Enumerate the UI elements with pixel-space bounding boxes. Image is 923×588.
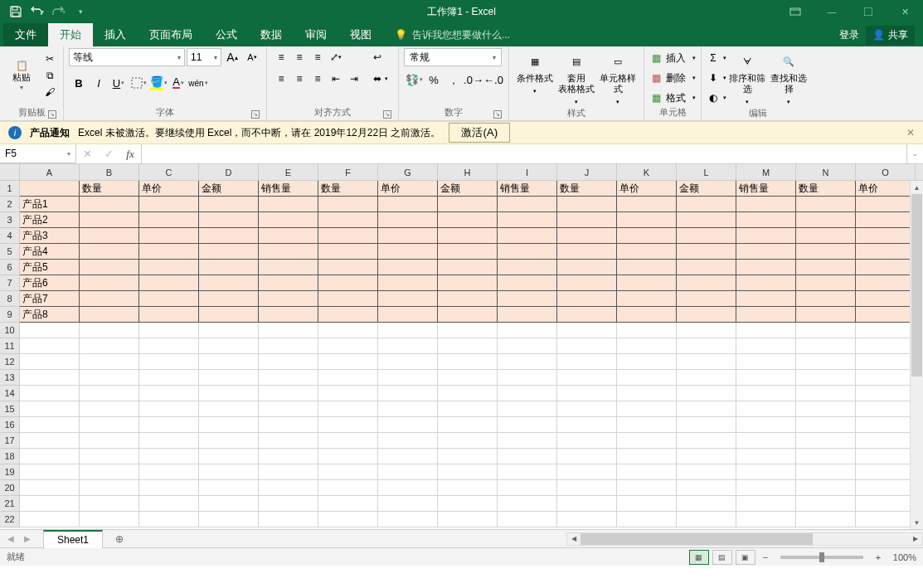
cell[interactable]: [80, 354, 139, 370]
increase-indent-icon[interactable]: ⇥: [345, 70, 363, 88]
cell[interactable]: [796, 338, 856, 354]
row-header[interactable]: 19: [0, 464, 20, 480]
cell[interactable]: [677, 496, 736, 512]
cell[interactable]: [677, 386, 736, 401]
cell[interactable]: [617, 449, 677, 464]
cell[interactable]: 数量: [80, 181, 139, 197]
cell[interactable]: [856, 228, 916, 244]
cell[interactable]: 数量: [318, 181, 378, 197]
cell[interactable]: [796, 512, 856, 527]
cell[interactable]: [80, 512, 139, 527]
cell[interactable]: 产品8: [20, 307, 80, 323]
formula-input[interactable]: [142, 144, 906, 163]
cell[interactable]: [498, 480, 557, 496]
row-header[interactable]: 14: [0, 386, 20, 401]
column-header[interactable]: J: [557, 164, 617, 180]
cell[interactable]: [498, 338, 557, 354]
font-name-combo[interactable]: 等线▾: [69, 48, 185, 66]
cell[interactable]: [796, 464, 856, 480]
insert-cells-button[interactable]: ▦插入▾: [649, 50, 696, 66]
cell[interactable]: [259, 370, 318, 386]
tab-data[interactable]: 数据: [249, 23, 294, 46]
cell[interactable]: [856, 275, 916, 291]
cell[interactable]: [139, 275, 199, 291]
vscroll-thumb[interactable]: [911, 194, 922, 377]
hscroll-thumb[interactable]: [581, 533, 813, 545]
cell[interactable]: [378, 464, 438, 480]
cell[interactable]: [736, 338, 796, 354]
cell[interactable]: [856, 307, 916, 323]
cell[interactable]: [736, 449, 796, 464]
scroll-up-icon[interactable]: ▲: [911, 181, 923, 194]
row-header[interactable]: 11: [0, 338, 20, 354]
number-dialog-launcher[interactable]: ↘: [493, 110, 502, 119]
cell[interactable]: [498, 212, 557, 228]
grow-font-icon[interactable]: A▴: [223, 48, 241, 66]
align-top-icon[interactable]: ≡: [272, 48, 290, 66]
cell[interactable]: 产品5: [20, 260, 80, 275]
cell[interactable]: [199, 496, 259, 512]
cell[interactable]: [557, 370, 617, 386]
cell[interactable]: [20, 386, 80, 401]
cell[interactable]: [498, 401, 557, 417]
cell[interactable]: [856, 512, 916, 527]
cell[interactable]: 单价: [139, 181, 199, 197]
cell[interactable]: [498, 464, 557, 480]
sheet-nav-next-icon[interactable]: ▶: [20, 534, 35, 543]
cell[interactable]: [139, 244, 199, 260]
undo-icon[interactable]: ▾: [28, 2, 46, 21]
cell[interactable]: [80, 228, 139, 244]
fill-button[interactable]: ⬇▾: [707, 70, 726, 86]
cell[interactable]: [617, 496, 677, 512]
align-right-icon[interactable]: ≡: [308, 70, 327, 88]
sheet-tab[interactable]: Sheet1: [43, 530, 103, 548]
save-icon[interactable]: [7, 2, 25, 21]
cell[interactable]: [557, 354, 617, 370]
cell[interactable]: [318, 244, 378, 260]
cell[interactable]: 产品1: [20, 197, 80, 212]
cell[interactable]: [20, 496, 80, 512]
cell[interactable]: [796, 275, 856, 291]
cell[interactable]: [378, 244, 438, 260]
zoom-slider[interactable]: [780, 556, 863, 559]
row-header[interactable]: 1: [0, 181, 20, 197]
row-header[interactable]: 18: [0, 449, 20, 464]
cell[interactable]: [318, 370, 378, 386]
cell[interactable]: [677, 401, 736, 417]
cell[interactable]: [796, 480, 856, 496]
zoom-in-button[interactable]: +: [872, 552, 885, 562]
cell[interactable]: 销售量: [736, 181, 796, 197]
cell[interactable]: [139, 197, 199, 212]
cell[interactable]: [259, 228, 318, 244]
view-page-layout-icon[interactable]: ▤: [712, 550, 732, 565]
cell[interactable]: [259, 260, 318, 275]
cell[interactable]: 单价: [856, 181, 916, 197]
cell[interactable]: [736, 496, 796, 512]
cell[interactable]: [259, 354, 318, 370]
format-as-table-button[interactable]: ▤套用 表格格式▾: [556, 48, 597, 107]
minimize-icon[interactable]: —: [814, 0, 850, 23]
cell[interactable]: [557, 197, 617, 212]
notif-close-icon[interactable]: ✕: [906, 127, 915, 138]
find-select-button[interactable]: 🔍查找和选择▾: [768, 48, 809, 107]
cell[interactable]: [199, 244, 259, 260]
align-center-icon[interactable]: ≡: [290, 70, 308, 88]
percent-format-icon[interactable]: %: [424, 70, 444, 90]
cell[interactable]: [318, 480, 378, 496]
view-page-break-icon[interactable]: ▣: [736, 550, 755, 565]
tab-view[interactable]: 视图: [338, 23, 383, 46]
cell[interactable]: [259, 386, 318, 401]
cell[interactable]: [438, 291, 498, 307]
cell[interactable]: [498, 433, 557, 449]
column-header[interactable]: E: [259, 164, 318, 180]
cell[interactable]: [796, 370, 856, 386]
cell[interactable]: [259, 417, 318, 433]
cell[interactable]: [736, 275, 796, 291]
cell[interactable]: [318, 291, 378, 307]
scroll-right-icon[interactable]: ▶: [909, 535, 922, 542]
merge-center-button[interactable]: ⬌▾: [368, 70, 393, 88]
paste-button[interactable]: 📋 粘贴 ▾: [5, 48, 38, 103]
cell[interactable]: [259, 512, 318, 527]
row-header[interactable]: 20: [0, 480, 20, 496]
cell[interactable]: [80, 496, 139, 512]
